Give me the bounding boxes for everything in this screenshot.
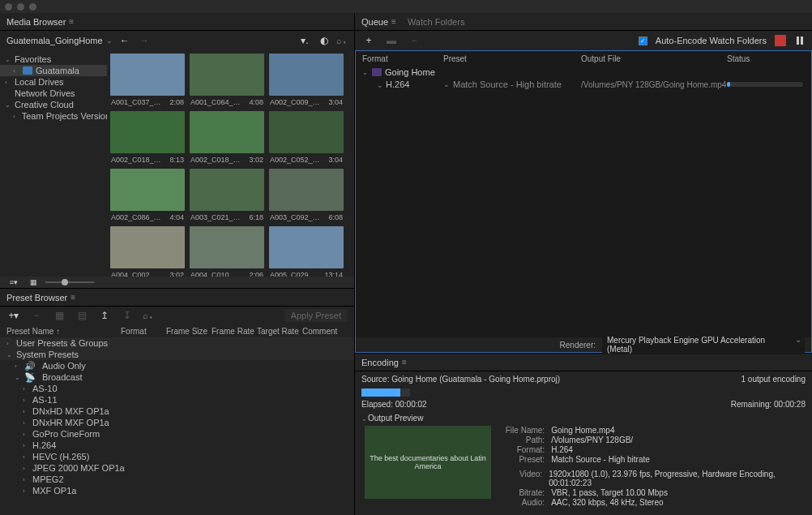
stop-queue-button[interactable] xyxy=(775,35,786,46)
maximize-window-icon[interactable] xyxy=(29,3,36,11)
folder-icon xyxy=(23,67,32,75)
window-titlebar xyxy=(0,0,812,13)
nav-forward-button: → xyxy=(137,33,152,48)
queue-item[interactable]: ⌄Going Home ⌄ H.264 ⌄ Match Source - Hig… xyxy=(356,67,811,91)
preset-group-user[interactable]: ›User Presets & Groups xyxy=(0,337,354,349)
media-browser-footer: ≡▾ ▦ xyxy=(0,277,354,288)
chevron-down-icon[interactable]: ⌄ xyxy=(361,415,368,423)
preset-item[interactable]: ›MXF OP1a xyxy=(0,485,354,496)
panel-menu-icon[interactable]: ≡ xyxy=(71,293,75,302)
speaker-icon: 🔊 xyxy=(24,361,36,371)
media-browser-toolbar: Guatemala_GoingHome ⌄ ← → ▾. ◐ ⌕▾ xyxy=(0,31,354,50)
encoding-tab[interactable]: Encoding≡ xyxy=(361,358,407,367)
thumbnail-size-slider[interactable] xyxy=(45,281,94,283)
duplicate-button: − xyxy=(407,33,421,48)
chevron-down-icon[interactable]: ⌄ xyxy=(443,80,450,88)
media-browser-tab[interactable]: Media Browser≡ xyxy=(6,17,74,27)
clip-thumbnail[interactable]: A004_C002_0924...3:02 xyxy=(110,226,185,277)
preset-item[interactable]: ›AS-11 xyxy=(0,394,354,406)
auto-encode-label: Auto-Encode Watch Folders xyxy=(656,36,767,45)
panel-menu-icon[interactable]: ≡ xyxy=(402,358,407,367)
minimize-window-icon[interactable] xyxy=(17,3,24,11)
search-input[interactable]: ⌕▾ xyxy=(336,36,348,45)
apply-preset-button: Apply Preset xyxy=(284,309,348,322)
clip-thumbnail[interactable]: A002_C018_0922...3:02 xyxy=(190,111,264,164)
clip-thumbnail[interactable]: A002_C018_0922...8:13 xyxy=(110,111,185,164)
close-window-icon[interactable] xyxy=(5,3,12,11)
clip-thumbnail[interactable]: A001_C064_0921...4:08 xyxy=(190,54,264,106)
panel-menu-icon[interactable]: ≡ xyxy=(69,17,74,26)
delete-preset-button: − xyxy=(29,308,44,323)
preview-thumbnail: The best documentaries about Latin Ameri… xyxy=(365,426,491,499)
source-value: Going Home (Guatamala - Going Home.prpro… xyxy=(391,375,560,384)
queue-headers: Format Preset Output File Status xyxy=(356,51,811,67)
preset-group-system[interactable]: ⌄System Presets xyxy=(0,349,354,360)
clip-thumbnail[interactable]: A002_C009_0922...3:04 xyxy=(269,54,344,106)
import-preset-button[interactable]: ↥ xyxy=(97,308,112,323)
preset-broadcast[interactable]: ⌄📡Broadcast xyxy=(0,371,354,383)
clip-thumbnail[interactable]: A003_C021_0923...6:18 xyxy=(190,169,264,221)
chevron-down-icon[interactable]: ⌄ xyxy=(377,81,383,89)
tree-favorites[interactable]: ⌄Favorites xyxy=(0,54,107,65)
preset-item[interactable]: ›GoPro CineForm xyxy=(0,428,354,440)
item-progress-bar xyxy=(727,82,803,87)
path-breadcrumb[interactable]: Guatemala_GoingHome ⌄ xyxy=(6,36,113,45)
preset-item[interactable]: ›HEVC (H.265) xyxy=(0,451,354,462)
pause-queue-button[interactable] xyxy=(794,35,806,46)
broadcast-icon: 📡 xyxy=(24,372,36,383)
queue-tab[interactable]: Queue≡ xyxy=(361,17,396,27)
thumbnail-grid: A001_C037_0921...2:08A001_C064_0921...4:… xyxy=(107,50,354,277)
clip-thumbnail[interactable]: A004_C010_0924...2:06 xyxy=(190,226,264,277)
output-preview-label: Output Preview xyxy=(368,414,423,423)
filter-icon[interactable]: ▾. xyxy=(297,33,312,48)
group-preset-button: ▦ xyxy=(52,308,66,323)
renderer-label: Renderer: xyxy=(560,341,596,350)
folder-tree: ⌄Favorites ›Guatamala ›Local Drives Netw… xyxy=(0,50,107,277)
tree-guatemala[interactable]: ›Guatamala xyxy=(0,65,107,76)
preset-browser-tab[interactable]: Preset Browser≡ xyxy=(6,293,75,303)
output-count: 1 output encoding xyxy=(741,375,806,384)
chevron-down-icon: ⌄ xyxy=(106,36,113,45)
preset-item[interactable]: ›AS-10 xyxy=(0,383,354,394)
remove-source-button: ▬ xyxy=(384,33,399,48)
clip-thumbnail[interactable]: A001_C037_0921...2:08 xyxy=(110,54,185,106)
tree-team-projects[interactable]: ›Team Projects Versions xyxy=(0,110,107,122)
add-preset-button[interactable]: +▾ xyxy=(6,308,21,323)
settings-preset-button: ▤ xyxy=(75,308,89,323)
preset-search-input[interactable]: ⌕▾ xyxy=(143,311,276,320)
sort-arrow-icon[interactable]: ↑ xyxy=(56,327,60,336)
preset-item[interactable]: ›H.264 xyxy=(0,440,354,451)
export-preset-button: ↧ xyxy=(120,308,135,323)
tree-creative-cloud[interactable]: ⌄Creative Cloud xyxy=(0,99,107,110)
preset-item[interactable]: ›DNxHD MXF OP1a xyxy=(0,406,354,417)
media-browser-tabbar: Media Browser≡ xyxy=(0,13,354,31)
add-source-button[interactable]: + xyxy=(361,33,376,48)
nav-back-button[interactable]: ← xyxy=(118,33,132,48)
output-file-link[interactable]: /Volumes/PNY 128GB/Going Home.mp4 xyxy=(581,80,727,89)
clip-thumbnail[interactable]: A003_C092_0923...6:08 xyxy=(269,169,344,221)
chevron-down-icon[interactable]: ⌄ xyxy=(362,69,369,76)
panel-menu-icon[interactable]: ≡ xyxy=(391,17,396,26)
preset-item[interactable]: ›DNxHR MXF OP1a xyxy=(0,417,354,428)
clip-thumbnail[interactable]: A002_C052_0922...3:04 xyxy=(269,111,344,164)
output-details: File Name:Going Home.mp4 Path:/Volumes/P… xyxy=(501,426,806,507)
watch-folders-tab[interactable]: Watch Folders xyxy=(408,17,465,27)
ingest-icon[interactable]: ◐ xyxy=(317,33,331,48)
source-label: Source: xyxy=(361,375,389,384)
encoding-progress-bar xyxy=(361,388,410,397)
preset-column-headers: Preset Name ↑ Format Frame Size Frame Ra… xyxy=(0,324,354,337)
renderer-dropdown[interactable]: Mercury Playback Engine GPU Acceleration… xyxy=(602,335,805,354)
clip-thumbnail[interactable]: A002_C086_0922...4:04 xyxy=(110,169,185,221)
tree-network-drives[interactable]: Network Drives xyxy=(0,88,107,99)
preset-audio-only[interactable]: ›🔊Audio Only xyxy=(0,360,354,371)
preset-item[interactable]: ›JPEG 2000 MXF OP1a xyxy=(0,462,354,474)
premiere-project-icon xyxy=(372,68,382,76)
clip-thumbnail[interactable]: A005_C029_0925...13:14 xyxy=(269,226,344,277)
auto-encode-checkbox[interactable]: ✓ xyxy=(639,36,647,45)
preset-item[interactable]: ›MPEG2 xyxy=(0,474,354,485)
tree-local-drives[interactable]: ›Local Drives xyxy=(0,76,107,88)
